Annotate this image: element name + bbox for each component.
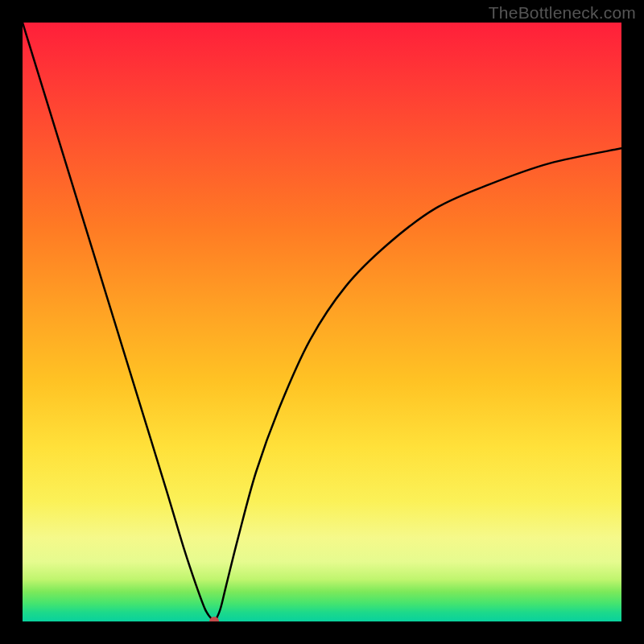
watermark-text: TheBottleneck.com — [489, 3, 636, 23]
chart-svg — [23, 23, 621, 621]
chart-frame: TheBottleneck.com — [0, 0, 644, 644]
plot-area — [23, 23, 621, 621]
bottleneck-curve — [23, 23, 621, 621]
